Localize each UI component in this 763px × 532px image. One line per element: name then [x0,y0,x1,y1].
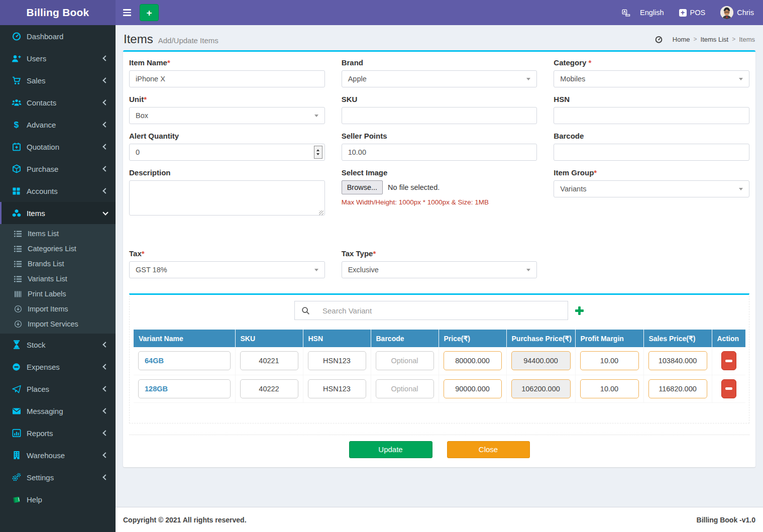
update-button[interactable]: Update [349,441,432,458]
browse-button[interactable]: Browse... [342,180,383,194]
required-asterisk: * [167,58,170,67]
sidebar-item-label: Purchase [27,165,58,173]
import-arrow-circle-icon [13,305,23,313]
barcode-input[interactable] [554,144,749,161]
sidebar-item-dashboard[interactable]: Dashboard [0,25,116,47]
tax-select[interactable]: GST 18% [129,261,325,278]
variant-barcode-input[interactable] [376,351,434,370]
breadcrumb-separator: > [732,36,735,43]
minus-icon [725,360,732,362]
tax-type-select[interactable]: Exclusive [342,261,537,278]
sidebar-item-reports[interactable]: Reports [0,422,116,444]
variant-profit-margin-input[interactable] [580,379,639,398]
sidebar-item-sales[interactable]: Sales [0,69,116,91]
submenu-item-import-services[interactable]: Import Services [0,316,116,332]
list-icon [13,245,23,253]
brand-select[interactable]: Apple [342,70,537,87]
sidebar-item-users[interactable]: Users [0,47,116,69]
variant-sales-price-input[interactable] [648,379,707,398]
spinner-up-icon[interactable] [316,149,319,151]
col-price: Price(₹) [439,330,506,347]
sidebar-item-label: Places [27,385,49,393]
alert-quantity-input[interactable] [129,144,325,161]
sidebar-item-help[interactable]: Help [0,488,116,510]
description-textarea[interactable] [129,180,325,216]
main-content: Items Add/Update Items Home > Items List… [116,25,763,507]
remove-variant-button[interactable] [721,379,736,398]
sidebar-item-purchase[interactable]: Purchase [0,158,116,180]
sidebar-item-advance[interactable]: $ Advance [0,114,116,136]
sidebar-item-accounts[interactable]: Accounts [0,180,116,202]
pos-label: POS [690,9,706,17]
category-label: Category [554,58,586,67]
submenu-item-print-labels[interactable]: Print Labels [0,286,116,301]
item-name-label: Item Name [129,58,167,67]
chevron-left-icon [102,452,108,458]
item-group-select[interactable]: Variants [554,180,749,197]
sidebar-item-contacts[interactable]: Contacts [0,91,116,114]
gears-icon [11,473,22,482]
search-icon [300,306,311,315]
item-name-input[interactable] [129,70,325,87]
col-profit-margin: Profit Margin [575,330,643,347]
caret-down-icon [314,115,318,117]
quick-add-button[interactable]: + [140,4,159,21]
breadcrumb-separator: > [694,36,697,43]
sidebar-toggle-icon[interactable] [116,0,139,25]
hsn-input[interactable] [554,107,749,124]
select-image-label: Select Image [342,168,388,177]
spinner-down-icon[interactable] [316,153,319,155]
sidebar-item-label: Quotation [27,143,59,151]
variant-sales-price-input[interactable] [648,351,707,370]
minus-circle-icon [11,363,22,371]
variant-profit-margin-input[interactable] [580,351,639,370]
submenu-item-brands-list[interactable]: Brands List [0,256,116,271]
submenu-item-categories-list[interactable]: Categories List [0,241,116,256]
variant-search-input[interactable] [321,306,562,315]
variant-sku-input[interactable] [240,351,298,370]
sidebar-item-messaging[interactable]: Messaging [0,400,116,422]
sku-label: SKU [342,95,358,103]
seller-points-input[interactable] [342,144,537,161]
breadcrumb-home[interactable]: Home [673,36,690,43]
brand-logo[interactable]: Billing Book [0,0,116,25]
variant-name-input[interactable] [138,351,231,370]
variant-sku-input[interactable] [240,379,298,398]
sidebar-item-places[interactable]: Places [0,378,116,400]
unit-select[interactable]: Box [129,107,325,124]
field-brand: Brand Apple [342,58,537,87]
variant-price-input[interactable] [444,351,502,370]
sidebar-item-warehouse[interactable]: Warehouse [0,444,116,466]
submenu-item-items-list[interactable]: Items List [0,226,116,241]
category-select[interactable]: Mobiles [554,70,749,87]
submenu-item-import-items[interactable]: Import Items [0,301,116,316]
close-button[interactable]: Close [447,441,530,458]
sidebar-item-items[interactable]: Items [0,202,116,224]
variant-barcode-input[interactable] [376,379,434,398]
sku-input[interactable] [342,107,537,124]
add-variant-plus-icon[interactable] [575,306,584,315]
pos-menu[interactable]: + POS [679,9,706,17]
breadcrumb-items-list[interactable]: Items List [701,36,729,43]
item-group-label: Item Group [554,168,594,177]
resize-grip-icon[interactable] [319,210,323,215]
number-spinner[interactable] [314,146,322,159]
sidebar-item-settings[interactable]: Settings [0,466,116,488]
description-label: Description [129,168,171,177]
sidebar-item-expenses[interactable]: Expenses [0,356,116,378]
language-menu[interactable]: English [621,9,664,17]
variant-price-input[interactable] [444,379,502,398]
user-menu[interactable]: Chris [720,6,754,19]
chevron-left-icon [102,166,108,171]
tax-type-selected-value: Exclusive [348,266,379,274]
remove-variant-button[interactable] [721,351,736,370]
chevron-left-icon [102,364,108,369]
variant-name-input[interactable] [138,379,231,398]
variant-hsn-input[interactable] [308,351,366,370]
hourglass-icon [11,340,22,349]
variant-hsn-input[interactable] [308,379,366,398]
sidebar-item-stock[interactable]: Stock [0,334,116,356]
sidebar-item-quotation[interactable]: Quotation [0,136,116,158]
submenu-item-variants-list[interactable]: Variants List [0,271,116,286]
page-title: Items Add/Update Items [124,32,219,46]
